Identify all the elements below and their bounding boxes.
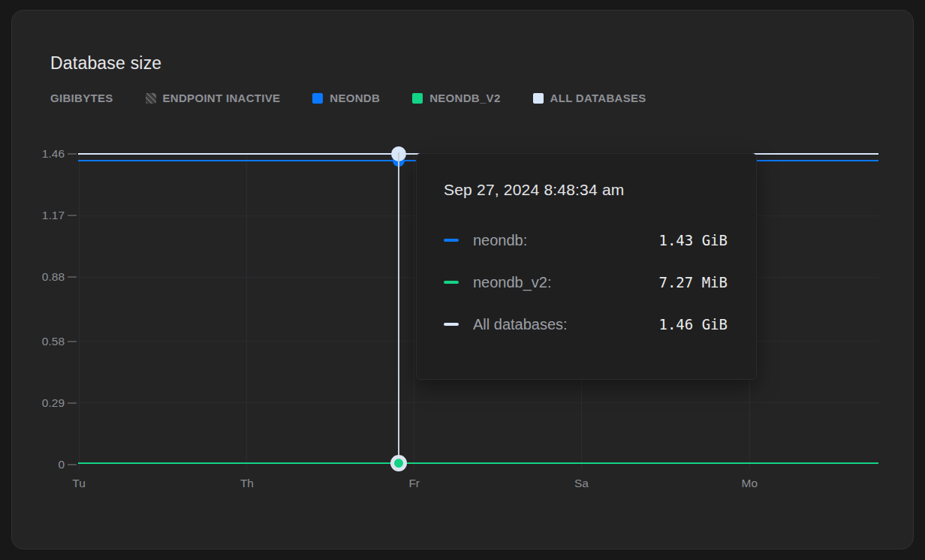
x-gridline-fr [414,154,414,470]
tooltip-row-neondb: neondb:1.43 GiB [444,230,728,251]
tooltip-row-value: 1.43 GiB [658,232,728,248]
legend-unit-text: GIBIBYTES [50,92,113,104]
y-axis-label-0.29: 0.29 [12,396,65,410]
legend-item-neondb-v2: NEONDB_V2 [412,92,500,104]
y-axis-tick [68,215,77,216]
x-axis-label-sa: Sa [574,477,589,490]
series-line-neondb_v2[interactable] [78,462,878,464]
y-axis-tick [68,464,77,465]
tooltip-row-all_databases: All databases:1.46 GiB [444,314,728,335]
database-size-card: Database size GIBIBYTES ENDPOINT INACTIV… [11,10,914,549]
x-gridline-tu [79,154,80,470]
tooltip-row-label: neondb_v2: [473,274,552,291]
y-axis-tick [68,276,77,278]
series-dash-icon [444,281,459,284]
tooltip-rows: neondb:1.43 GiBneondb_v2:7.27 MiBAll dat… [444,230,728,335]
tooltip-row-neondb_v2: neondb_v2:7.27 MiB [444,272,728,293]
series-dash-icon [444,239,459,242]
x-axis-label-th: Th [240,477,254,490]
cursor-point-neondb-v2 [390,455,407,471]
page-title: Database size [50,53,161,74]
series-swatch-icon [312,93,323,104]
x-axis-label-fr: Fr [408,477,420,490]
y-axis-label-0.58: 0.58 [12,335,65,348]
tooltip-row-value: 7.27 MiB [658,274,728,291]
y-axis-label-0.88: 0.88 [12,270,65,284]
hatched-swatch-icon [146,93,156,104]
legend-item-label: ENDPOINT INACTIVE [163,92,281,104]
x-axis-label-mo: Mo [742,477,758,490]
series-swatch-icon [412,93,423,104]
y-axis-tick [68,153,77,155]
legend-item-neondb: NEONDB [312,92,380,104]
legend-item-all-databases: ALL DATABASES [533,92,646,104]
y-axis-tick [68,402,77,404]
series-dash-icon [444,323,459,326]
y-axis-label-0: 0 [12,458,65,471]
tooltip-row-value: 1.46 GiB [658,316,728,333]
tooltip-row-label: All databases: [473,316,568,333]
tooltip-timestamp: Sep 27, 2024 8:48:34 am [444,181,728,199]
x-gridline-th [246,154,247,470]
chart-legend: GIBIBYTES ENDPOINT INACTIVENEONDBNEONDB_… [50,92,646,104]
legend-item-endpoint-inactive: ENDPOINT INACTIVE [146,92,281,104]
series-swatch-icon [533,93,544,104]
y-axis-tick [68,341,77,342]
y-axis-label-1.46: 1.46 [12,147,65,161]
x-axis-label-tu: Tu [72,477,86,490]
tooltip-row-label: neondb: [473,232,527,249]
legend-item-label: ALL DATABASES [550,92,646,104]
legend-unit-label: GIBIBYTES [50,92,113,104]
chart-tooltip: Sep 27, 2024 8:48:34 am neondb:1.43 GiBn… [416,153,757,380]
cursor-crosshair-line [398,152,399,465]
y-gridline-0.29 [78,402,878,403]
legend-item-label: NEONDB_V2 [429,92,500,104]
legend-item-label: NEONDB [330,92,380,104]
y-axis-label-1.17: 1.17 [12,209,65,222]
